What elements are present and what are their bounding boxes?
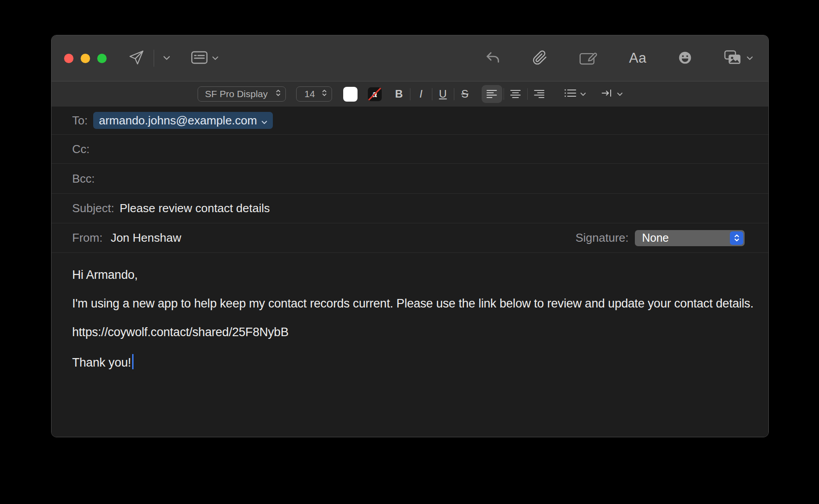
compose-window: Aa (51, 35, 769, 437)
send-icon (128, 49, 145, 67)
cc-label: Cc: (72, 142, 90, 156)
separator (527, 88, 528, 100)
separator (432, 88, 432, 100)
align-right-icon (534, 90, 545, 98)
text-cursor (132, 354, 134, 369)
compose-toolbar: Aa (52, 35, 768, 81)
indent-button[interactable] (601, 89, 623, 99)
separator (410, 88, 410, 100)
attach-button[interactable] (532, 50, 547, 67)
align-center-button[interactable] (505, 85, 526, 103)
to-field-row[interactable]: To: armando.johns@example.com (52, 107, 768, 135)
send-button-group (128, 49, 170, 67)
header-fields-button-group (191, 51, 219, 66)
subject-value: Please review contact details (120, 201, 270, 215)
bcc-field-row[interactable]: Bcc: (52, 164, 768, 194)
recipient-address: armando.johns@example.com (99, 114, 257, 128)
desktop-background: Aa (0, 0, 819, 504)
body-paragraph: I'm using a new app to help keep my cont… (72, 297, 748, 310)
body-paragraph: https://coywolf.contact/shared/25F8NybB (72, 325, 748, 339)
chevron-down-icon (261, 114, 267, 128)
undo-button[interactable] (485, 51, 501, 66)
italic-button[interactable]: I (416, 88, 426, 100)
signature-label: Signature: (575, 231, 629, 245)
font-size-value: 14 (305, 89, 315, 99)
fonts-button[interactable]: Aa (629, 50, 647, 66)
traffic-lights (64, 54, 107, 63)
chevron-down-icon (163, 55, 170, 62)
toolbar-right-group: Aa (485, 50, 753, 67)
recipient-token[interactable]: armando.johns@example.com (93, 112, 273, 129)
header-fields-button[interactable] (191, 51, 208, 66)
body-paragraph: Thank you! (72, 354, 748, 369)
message-body[interactable]: Hi Armando, I'm using a new app to help … (52, 253, 768, 437)
align-center-icon (510, 90, 521, 98)
to-label: To: (72, 114, 88, 128)
cc-field-row[interactable]: Cc: (52, 135, 768, 164)
photo-browser-options-button[interactable] (746, 55, 753, 62)
format-bar: SF Pro Display 14 a (52, 81, 768, 107)
photo-browser-group (724, 50, 753, 67)
separator (454, 88, 454, 100)
chevron-down-icon (580, 90, 586, 98)
close-button[interactable] (64, 54, 73, 63)
from-label: From: (72, 231, 103, 245)
send-button[interactable] (128, 49, 145, 67)
from-field-row: From: Jon Henshaw Signature: None (52, 223, 768, 253)
body-text: Thank you! (72, 356, 131, 369)
chevron-down-icon (617, 90, 623, 98)
stepper-icon (730, 231, 743, 245)
align-left-button[interactable] (482, 85, 502, 103)
signature-select[interactable]: None (635, 230, 745, 246)
bold-button[interactable]: B (394, 88, 404, 100)
highlight-color-button[interactable]: a (368, 87, 382, 101)
bulleted-list-icon (564, 89, 577, 99)
bcc-label: Bcc: (72, 172, 95, 186)
align-left-icon (486, 90, 497, 98)
stepper-icon (276, 89, 281, 99)
send-options-button[interactable] (163, 55, 170, 62)
subject-field-row[interactable]: Subject: Please review contact details (52, 194, 768, 223)
chevron-down-icon (746, 55, 753, 62)
alignment-group (482, 85, 550, 103)
minimize-button[interactable] (81, 54, 90, 63)
separator (504, 88, 504, 100)
text-style-group: B I U S (394, 88, 470, 100)
font-family-value: SF Pro Display (205, 89, 268, 99)
align-right-button[interactable] (529, 85, 550, 103)
text-color-swatch[interactable] (343, 87, 358, 102)
separator (154, 50, 154, 67)
list-style-button[interactable] (564, 89, 586, 99)
strikethrough-button[interactable]: S (460, 88, 470, 100)
indent-icon (601, 89, 613, 99)
font-family-select[interactable]: SF Pro Display (198, 86, 286, 102)
photo-browser-button[interactable] (724, 50, 742, 67)
photo-stack-icon (724, 50, 742, 67)
zoom-button[interactable] (97, 54, 107, 63)
header-fields-options-button[interactable] (212, 55, 219, 62)
body-paragraph: Hi Armando, (72, 268, 748, 282)
signature-value: None (642, 231, 669, 244)
subject-label: Subject: (72, 201, 114, 215)
underline-button[interactable]: U (438, 88, 448, 100)
chevron-down-icon (212, 55, 219, 62)
stepper-icon (322, 89, 327, 99)
fonts-aa-icon: Aa (629, 50, 647, 66)
from-value: Jon Henshaw (111, 231, 181, 245)
font-size-select[interactable]: 14 (296, 86, 332, 102)
emoji-button[interactable] (678, 51, 692, 66)
signature-group: Signature: None (575, 230, 745, 246)
emoji-icon (678, 51, 692, 66)
paperclip-icon (532, 50, 547, 67)
markup-icon (579, 50, 598, 67)
markup-button[interactable] (579, 50, 598, 67)
header-fields-icon (191, 51, 208, 66)
undo-icon (485, 51, 501, 66)
